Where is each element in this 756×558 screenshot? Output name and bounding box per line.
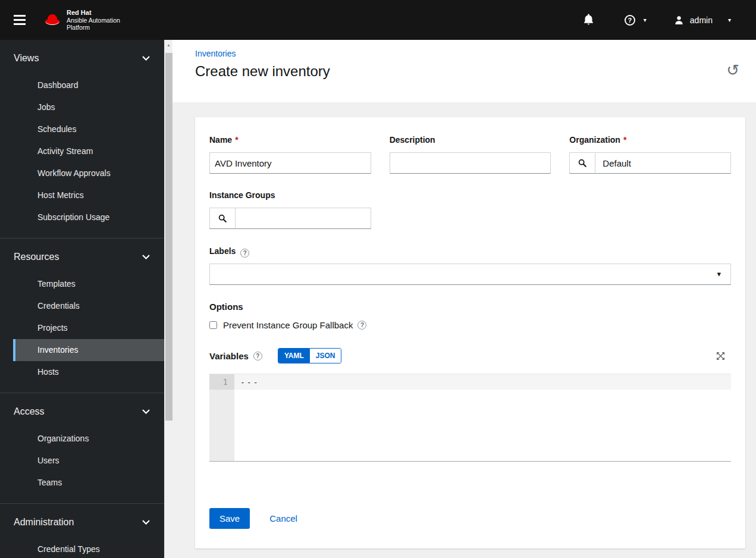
user-name: admin [690, 15, 713, 25]
prevent-fallback-checkbox[interactable] [209, 321, 217, 329]
help-icon[interactable]: ? [240, 249, 249, 258]
variables-editor[interactable]: 1 --- [209, 374, 731, 462]
organization-search-button[interactable] [569, 152, 595, 174]
form-actions: Save Cancel [209, 508, 731, 529]
description-label: Description [390, 135, 435, 145]
sidebar-item-organizations[interactable]: Organizations [13, 428, 164, 450]
sidebar-section-views: Views Dashboard Jobs Schedules Activity … [0, 40, 164, 239]
chevron-down-icon: ▾ [644, 17, 647, 23]
menu-toggle-icon[interactable] [14, 12, 26, 27]
sidebar-item-teams[interactable]: Teams [13, 472, 164, 494]
required-asterisk: * [235, 135, 238, 145]
chevron-down-icon [142, 409, 150, 414]
name-field: Name* [209, 135, 371, 174]
chevron-down-icon [142, 255, 150, 259]
user-menu[interactable]: admin ▾ [674, 15, 731, 25]
sidebar-item-projects[interactable]: Projects [13, 317, 164, 339]
labels-label: Labels [209, 246, 236, 256]
redhat-logo-icon [43, 12, 61, 27]
sidebar-section-administration: Administration Credential Types [0, 504, 164, 558]
sidebar-section-toggle-administration[interactable]: Administration [0, 513, 164, 531]
json-toggle-button[interactable]: JSON [310, 349, 341, 363]
brand[interactable]: Red Hat Ansible Automation Platform [43, 9, 120, 31]
scroll-up-arrow-icon[interactable]: ▲ [165, 40, 172, 49]
instance-groups-input[interactable] [236, 208, 371, 229]
chevron-down-icon [142, 56, 150, 61]
breadcrumb-inventories[interactable]: Inventories [195, 49, 236, 58]
content-scrollbar[interactable]: ▲ [164, 40, 172, 558]
sidebar-item-workflow-approvals[interactable]: Workflow Approvals [13, 162, 164, 184]
sidebar-item-activity-stream[interactable]: Activity Stream [13, 140, 164, 162]
expand-icon[interactable] [716, 352, 725, 360]
labels-field: Labels? ▾ [209, 246, 731, 285]
sidebar-section-resources: Resources Templates Credentials Projects… [0, 239, 164, 393]
description-input[interactable] [390, 152, 551, 174]
notifications-button[interactable] [584, 13, 594, 27]
editor-line-number: 1 [209, 374, 234, 390]
instance-groups-field: Instance Groups [209, 190, 371, 229]
sidebar-item-credentials[interactable]: Credentials [13, 295, 164, 317]
options-heading: Options [209, 302, 731, 312]
page-header: Inventories Create new inventory ↺ [172, 40, 756, 102]
user-icon [674, 15, 684, 25]
instance-groups-label: Instance Groups [209, 190, 275, 200]
sidebar-nav: Views Dashboard Jobs Schedules Activity … [0, 40, 164, 558]
prevent-fallback-option: Prevent Instance Group Fallback ? [209, 320, 731, 330]
options-section: Options Prevent Instance Group Fallback … [209, 302, 731, 330]
sidebar-item-inventories[interactable]: Inventories [13, 339, 164, 361]
sidebar-section-toggle-views[interactable]: Views [0, 49, 164, 67]
sidebar-item-templates[interactable]: Templates [13, 273, 164, 295]
sidebar-item-jobs[interactable]: Jobs [13, 96, 164, 118]
sidebar-item-hosts[interactable]: Hosts [13, 361, 164, 383]
main-content: Inventories Create new inventory ↺ Name*… [172, 40, 756, 558]
editor-code-area[interactable]: --- [234, 374, 731, 461]
brand-line1: Red Hat [67, 9, 120, 17]
instance-groups-search-button[interactable] [209, 208, 236, 229]
sidebar-item-credential-types[interactable]: Credential Types [13, 538, 164, 558]
sidebar-item-host-metrics[interactable]: Host Metrics [13, 184, 164, 206]
create-inventory-form: Name* Description Organization* [195, 117, 745, 548]
prevent-fallback-label: Prevent Instance Group Fallback [223, 320, 353, 330]
scrollbar-thumb[interactable] [165, 53, 172, 421]
brand-line2: Ansible Automation [67, 17, 120, 24]
sidebar-item-users[interactable]: Users [13, 450, 164, 472]
bell-icon [584, 13, 594, 25]
name-label: Name [209, 135, 232, 145]
search-icon [578, 159, 586, 167]
variables-label: Variables [209, 351, 249, 361]
variables-mode-toggle: YAML JSON [278, 348, 342, 363]
help-menu[interactable]: ? ▾ [625, 15, 647, 26]
page-title: Create new inventory [195, 63, 756, 80]
search-icon [218, 214, 227, 222]
description-field: Description [390, 135, 551, 174]
yaml-toggle-button[interactable]: YAML [278, 349, 310, 363]
sidebar-section-toggle-access[interactable]: Access [0, 403, 164, 421]
chevron-down-icon: ▾ [728, 17, 731, 23]
name-input[interactable] [209, 152, 371, 174]
caret-down-icon: ▾ [717, 269, 721, 278]
save-button[interactable]: Save [209, 508, 250, 529]
sidebar-item-dashboard[interactable]: Dashboard [13, 74, 164, 96]
history-icon[interactable]: ↺ [726, 62, 739, 78]
required-asterisk: * [623, 135, 626, 145]
chevron-down-icon [142, 520, 150, 525]
editor-active-line: --- [234, 374, 731, 390]
top-navbar: Red Hat Ansible Automation Platform ? ▾ … [0, 0, 756, 40]
help-icon[interactable]: ? [357, 321, 366, 330]
sidebar-section-toggle-resources[interactable]: Resources [0, 248, 164, 266]
organization-label: Organization [569, 135, 620, 145]
organization-input[interactable] [595, 152, 731, 174]
sidebar-section-access: Access Organizations Users Teams [0, 393, 164, 504]
variables-header: Variables ? YAML JSON [209, 348, 731, 363]
sidebar-item-subscription-usage[interactable]: Subscription Usage [13, 206, 164, 228]
help-icon[interactable]: ? [253, 352, 262, 360]
editor-gutter: 1 [209, 374, 234, 461]
cancel-button[interactable]: Cancel [269, 513, 297, 523]
labels-select[interactable]: ▾ [209, 264, 731, 285]
brand-line3: Platform [67, 24, 120, 31]
sidebar-item-schedules[interactable]: Schedules [13, 118, 164, 140]
organization-field: Organization* [569, 135, 731, 174]
question-circle-icon: ? [625, 15, 635, 26]
